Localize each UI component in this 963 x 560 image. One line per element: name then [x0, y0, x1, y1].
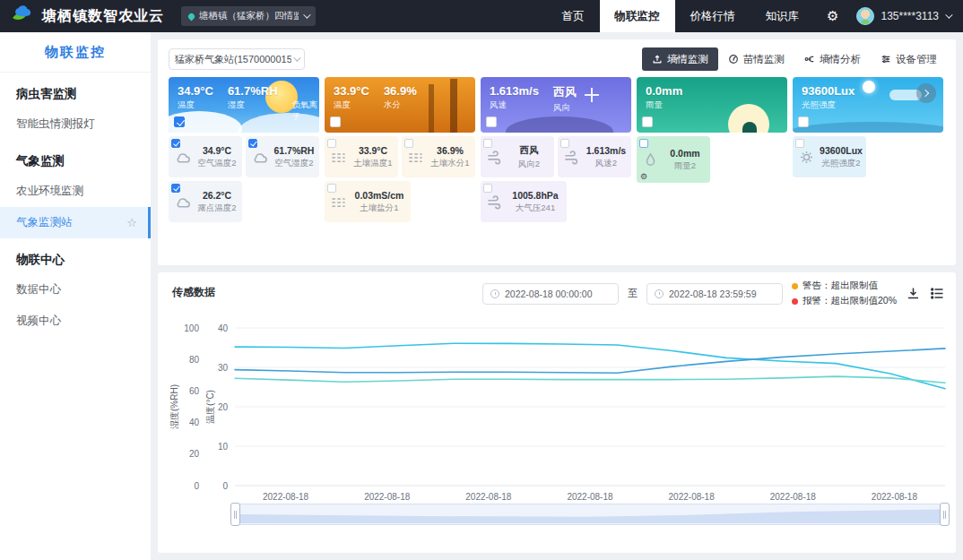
tile-checkbox[interactable]	[171, 184, 180, 193]
warning-dot	[792, 283, 798, 289]
sensor-tile-light-intensity[interactable]: 93600Lux光照强度2	[793, 136, 866, 177]
soil-layers-icon	[402, 150, 429, 165]
sensor-tile-rainfall[interactable]: 0.0mm雨量2 ⚙	[637, 136, 710, 183]
nav-price-quotes[interactable]: 价格行情	[675, 0, 750, 32]
svg-text:2022-08-18: 2022-08-18	[263, 492, 309, 502]
sensor-tile-air-temp[interactable]: 34.9°C空气温度2	[169, 136, 242, 177]
date-to-input[interactable]: 2022-08-18 23:59:59	[646, 283, 783, 305]
sidebar-heading-iot-center: 物联中心	[0, 238, 151, 274]
svg-text:40: 40	[218, 323, 229, 333]
card-checkbox[interactable]	[642, 116, 653, 127]
alarm-legend: 警告：超出限制值 报警：超出限制值20%	[792, 280, 897, 307]
svg-text:100: 100	[184, 323, 199, 333]
alarm-dot	[792, 298, 798, 305]
tile-checkbox[interactable]	[404, 139, 413, 148]
tile-checkbox[interactable]	[795, 139, 804, 148]
weather-card-carousel: 34.9°C温度 61.7%RH湿度 负氧离子 33.9°C温度 36.9%水分	[169, 77, 943, 133]
svg-text:2022-08-18: 2022-08-18	[770, 492, 817, 502]
carousel-next-button[interactable]	[916, 83, 936, 103]
sidebar-item-pest-lamp[interactable]: 智能虫情测报灯	[0, 108, 151, 140]
sidebar-item-weather-station[interactable]: 气象监测站 ☆	[0, 207, 151, 238]
datazoom-handle-right[interactable]	[940, 503, 950, 526]
svg-text:2022-08-18: 2022-08-18	[567, 492, 613, 502]
cloud-icon	[169, 194, 195, 210]
nav-iot-monitoring[interactable]: 物联监控	[600, 0, 675, 32]
nav-knowledge-base[interactable]: 知识库	[750, 0, 815, 32]
user-menu[interactable]: 135****3113	[851, 7, 963, 25]
sensor-tile-groups: 34.9°C空气温度2 61.7%RH空气湿度2 26.2°C露点温度2	[169, 136, 943, 222]
svg-text:40: 40	[189, 418, 200, 427]
svg-text:60: 60	[189, 386, 200, 396]
tile-checkbox[interactable]	[248, 139, 257, 148]
datazoom-handle-left[interactable]	[230, 503, 240, 526]
card-checkbox[interactable]	[486, 116, 497, 127]
card-air-temp-humidity[interactable]: 34.9°C温度 61.7%RH湿度 负氧离子	[169, 77, 319, 133]
tile-gear-icon[interactable]: ⚙	[640, 172, 647, 181]
list-view-icon[interactable]	[930, 286, 945, 301]
settings-gear-icon[interactable]: ⚙	[814, 8, 851, 24]
card-soil[interactable]: 33.9°C温度 36.9%水分	[325, 77, 475, 133]
wind-icon	[481, 194, 508, 210]
download-icon[interactable]	[906, 286, 921, 301]
wind-icon	[481, 150, 508, 165]
sensor-tile-air-pressure[interactable]: 1005.8hPa大气压241	[481, 181, 567, 222]
sidebar-item-video-center[interactable]: 视频中心	[0, 306, 151, 337]
favorite-star-icon[interactable]: ☆	[126, 215, 137, 228]
location-pin-icon	[187, 12, 196, 21]
tile-checkbox[interactable]	[560, 139, 569, 148]
svg-text:2022-08-18: 2022-08-18	[872, 492, 918, 502]
seedling-icon	[728, 54, 739, 65]
card-checkbox[interactable]	[174, 116, 185, 127]
svg-text:0: 0	[222, 481, 228, 491]
nav-home[interactable]: 首页	[547, 0, 600, 32]
card-rain[interactable]: 0.0mm雨量	[637, 77, 787, 133]
region-select[interactable]: 塘栖镇（猛家桥）四情监测	[181, 6, 316, 26]
soil-layers-icon	[325, 150, 351, 165]
card-checkbox[interactable]	[330, 116, 341, 127]
analysis-share-icon	[804, 54, 815, 65]
tile-checkbox[interactable]	[327, 139, 336, 148]
tile-checkbox[interactable]	[483, 139, 492, 148]
sidebar-item-data-center[interactable]: 数据中心	[0, 274, 151, 306]
sensor-tile-soil-moisture[interactable]: 36.9%土壤水分1	[402, 136, 475, 177]
sensor-tile-soil-salinity[interactable]: 0.03mS/cm土壤盐分1	[325, 181, 411, 222]
sensor-tile-wind-speed[interactable]: 1.613m/s风速2	[558, 136, 631, 177]
sensor-tile-soil-temp[interactable]: 33.9°C土壤温度1	[325, 136, 398, 177]
clock-icon	[655, 289, 664, 298]
date-from-input[interactable]: 2022-08-18 00:00:00	[482, 283, 619, 305]
svg-text:80: 80	[189, 355, 200, 365]
chevron-down-icon	[293, 54, 300, 61]
card-wind[interactable]: 1.613m/s风速 西风风向	[481, 77, 631, 133]
soil-analysis-button[interactable]: 墒情分析	[794, 47, 871, 71]
sensor-tile-wind-direction[interactable]: 西风风向2	[481, 136, 554, 177]
svg-text:20: 20	[189, 449, 200, 459]
seedling-monitoring-button[interactable]: 苗情监测	[718, 47, 794, 71]
datazoom-slider[interactable]	[235, 504, 945, 525]
monitoring-mode-buttons: 墒情监测 苗情监测 墒情分析 设备管理	[642, 47, 947, 71]
station-select[interactable]: 猛家桥气象站(1570000015685	[169, 48, 305, 70]
device-sliders-icon	[881, 54, 891, 65]
card-checkbox[interactable]	[798, 116, 809, 127]
tile-checkbox[interactable]	[171, 139, 180, 148]
chart-title: 传感数据	[172, 285, 215, 300]
app-title: 塘栖镇数智农业云	[42, 7, 164, 26]
svg-text:30: 30	[218, 363, 229, 373]
sidebar: 物联监控 病虫害监测 智能虫情测报灯 气象监测 农业环境监测 气象监测站 ☆ 物…	[0, 32, 151, 560]
device-management-button[interactable]: 设备管理	[871, 47, 947, 71]
svg-text:2022-08-18: 2022-08-18	[465, 492, 512, 502]
sensor-tile-dew-point[interactable]: 26.2°C露点温度2	[169, 181, 242, 222]
sidebar-heading-pests: 病虫害监测	[0, 73, 151, 108]
range-separator: 至	[628, 287, 638, 300]
droplet-icon	[637, 152, 664, 168]
svg-text:0: 0	[194, 481, 199, 491]
sensor-tile-air-humidity[interactable]: 61.7%RH空气湿度2	[246, 136, 319, 177]
sidebar-item-agri-env[interactable]: 农业环境监测	[0, 176, 151, 207]
tile-checkbox[interactable]	[639, 139, 648, 148]
svg-text:湿度(%RH): 湿度(%RH)	[169, 384, 179, 429]
soil-moisture-monitoring-button[interactable]: 墒情监测	[642, 47, 718, 71]
tile-checkbox[interactable]	[327, 184, 336, 193]
card-light[interactable]: 93600Lux光照强度	[793, 77, 943, 133]
tile-checkbox[interactable]	[483, 184, 492, 193]
chevron-down-icon	[945, 11, 952, 18]
soil-layers-icon	[325, 194, 351, 210]
